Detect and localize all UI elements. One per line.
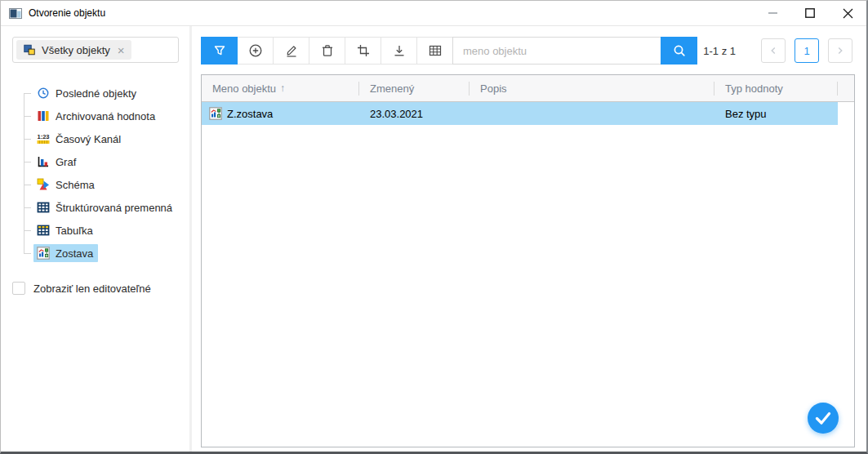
table-view-button[interactable] — [416, 37, 453, 65]
cell-description — [470, 102, 714, 125]
title-bar: Otvorenie objektu — [1, 1, 866, 26]
chevron-right-icon — [834, 44, 847, 57]
column-header-type[interactable]: Typ hodnoty — [714, 75, 838, 101]
tree-item-archivovana-hodnota[interactable]: Archivovaná hodnota — [1, 105, 189, 127]
results-panel: Meno objektu ↑ Zmenený Popis Typ hodnoty… — [201, 74, 855, 447]
tree-item-label: Štruktúrovaná premenná — [56, 202, 172, 214]
tree-item-tabulka[interactable]: Tabuľka — [1, 219, 189, 242]
search-icon — [672, 43, 687, 58]
column-header-description[interactable]: Popis — [470, 75, 714, 101]
add-icon — [248, 43, 263, 58]
crop-icon — [356, 43, 371, 58]
filter-chip[interactable]: Všetky objekty × — [16, 40, 131, 60]
close-button[interactable] — [829, 1, 866, 25]
object-type-tree: Posledné objekty Archivovaná hodnota 1:2… — [1, 82, 189, 265]
tree-item-graf[interactable]: Graf — [1, 150, 189, 173]
report-icon — [209, 107, 222, 120]
chip-remove-icon[interactable]: × — [118, 44, 125, 56]
tree-item-label: Posledné objekty — [56, 87, 136, 100]
add-button[interactable] — [237, 37, 274, 65]
archived-value-icon — [37, 109, 50, 122]
delete-button[interactable] — [309, 37, 345, 65]
tree-item-label: Tabuľka — [56, 225, 93, 237]
close-icon — [843, 8, 853, 19]
all-objects-icon — [23, 43, 36, 56]
page-1-button[interactable]: 1 — [795, 38, 819, 63]
editable-only-checkbox[interactable] — [12, 282, 25, 295]
tree-item-casovy-kanal[interactable]: 1:23 Časový Kanál — [1, 127, 189, 150]
history-icon — [37, 87, 50, 100]
column-header-name[interactable]: Meno objektu ↑ — [202, 75, 359, 101]
svg-text:1:23: 1:23 — [38, 133, 50, 140]
table-view-icon — [428, 43, 443, 58]
tree-item-strukturovana-premenna[interactable]: Štruktúrovaná premenná — [1, 196, 189, 219]
search-input[interactable] — [452, 37, 661, 65]
edit-icon — [284, 43, 299, 58]
main-area: 1-1 z 1 1 Meno objektu ↑ Zmenený Popis T… — [192, 26, 866, 452]
editable-only-label: Zobraziť len editovateľné — [33, 283, 151, 295]
download-icon — [392, 43, 407, 58]
graph-icon — [37, 155, 50, 168]
filter-chip-label: Všetky objekty — [42, 44, 110, 56]
table-icon — [37, 224, 50, 237]
window-title: Otvorenie objektu — [29, 7, 105, 19]
check-icon — [808, 403, 839, 434]
report-icon — [37, 247, 50, 260]
app-window-icon — [9, 8, 22, 19]
filter-button[interactable] — [201, 37, 238, 65]
minimize-icon — [768, 12, 777, 14]
tree-item-label: Archivovaná hodnota — [56, 110, 155, 122]
tree-item-label: Schéma — [56, 179, 95, 191]
tree-item-label: Zostava — [56, 247, 93, 260]
maximize-button[interactable] — [791, 1, 829, 25]
pagination: 1-1 z 1 1 — [703, 37, 852, 65]
confirm-button[interactable] — [808, 403, 839, 434]
table-header: Meno objektu ↑ Zmenený Popis Typ hodnoty — [202, 75, 854, 102]
tree-item-label: Graf — [56, 156, 76, 168]
prev-page-button[interactable] — [761, 38, 786, 63]
crop-button[interactable] — [345, 37, 381, 65]
delete-icon — [320, 43, 335, 58]
edit-button[interactable] — [273, 37, 309, 65]
sort-ascending-icon: ↑ — [280, 82, 285, 94]
cell-changed-date: 23.03.2021 — [359, 102, 470, 125]
tree-item-schema[interactable]: Schéma — [1, 173, 189, 196]
editable-only-checkbox-row: Zobraziť len editovateľné — [12, 282, 151, 295]
time-channel-icon: 1:23 — [37, 132, 50, 145]
filter-icon — [212, 43, 227, 58]
filter-chip-container: Všetky objekty × — [12, 37, 179, 63]
cell-value-type: Bez typu — [714, 102, 838, 125]
column-header-changed[interactable]: Zmenený — [359, 75, 470, 101]
minimize-button[interactable] — [754, 1, 791, 25]
next-page-button[interactable] — [828, 38, 852, 63]
schema-icon — [37, 178, 50, 191]
tree-item-zostava[interactable]: Zostava — [1, 242, 189, 265]
chevron-left-icon — [767, 44, 780, 57]
tree-item-posledne-objekty[interactable]: Posledné objekty — [1, 82, 189, 105]
table-row[interactable]: Z.zostava 23.03.2021 Bez typu — [202, 102, 838, 125]
toolbar — [201, 37, 697, 65]
page-range-label: 1-1 z 1 — [703, 45, 736, 57]
cell-object-name: Z.zostava — [202, 102, 359, 125]
search-button[interactable] — [661, 37, 697, 65]
maximize-icon — [805, 8, 815, 18]
structured-variable-icon — [37, 201, 50, 214]
dialog-window: Otvorenie objektu Všetky objekty × — [0, 0, 868, 454]
tree-item-label: Časový Kanál — [56, 133, 121, 145]
download-button[interactable] — [381, 37, 417, 65]
sidebar: Všetky objekty × Posledné objekty Archiv… — [1, 26, 189, 452]
